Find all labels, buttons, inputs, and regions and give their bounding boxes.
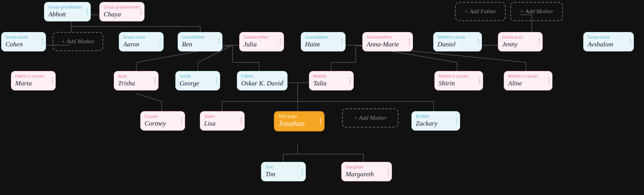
talia-dots (349, 78, 351, 84)
marta-name: Marta (15, 80, 51, 87)
node-jenny[interactable]: Great-aunt Jenny (498, 32, 543, 51)
node-avshalom[interactable]: Great-uncle Avshalom (583, 32, 634, 51)
george-role: Uncle (180, 74, 216, 79)
shirin-dots (479, 78, 480, 84)
abbott-name: Abbott (48, 11, 86, 18)
margareth-name: Margareth (346, 170, 388, 178)
cohen-role: Great-uncle (5, 35, 42, 40)
chaya-role: Great-grandmother (104, 5, 140, 10)
jenny-dots (538, 39, 540, 45)
oskar-role: Father (241, 74, 283, 79)
jenny-name: Jenny (502, 41, 538, 48)
node-zackary[interactable]: Brother Zackary (411, 111, 460, 131)
haim-dots (341, 39, 343, 45)
julia-dots (280, 39, 281, 45)
ben-dots (218, 39, 220, 45)
node-tim[interactable]: Son Tim (261, 162, 306, 181)
node-haim[interactable]: Grandfather Haim (301, 32, 346, 51)
node-shirin[interactable]: Mother's cousin Shirin (434, 71, 483, 90)
jonathan-role: This is you (279, 114, 320, 119)
node-marta[interactable]: Father's cousin Marta (11, 71, 56, 90)
add-mother-1-label: + Add Mother (57, 35, 99, 48)
trisha-dots (154, 78, 156, 84)
node-trisha[interactable]: Aunt Trisha (114, 71, 159, 90)
node-talia[interactable]: Mother Talia (309, 71, 354, 90)
chaya-dots (140, 9, 142, 15)
ben-name: Ben (182, 41, 218, 48)
zackary-role: Brother (416, 114, 456, 119)
shirin-role: Mother's cousin (439, 74, 479, 79)
add-father-top-label: + Add Father (460, 5, 501, 18)
talia-role: Mother (313, 74, 349, 79)
avshalom-role: Great-uncle (588, 35, 630, 40)
daniel-name: Daniel (438, 41, 478, 48)
cohen-name: Cohen (5, 41, 42, 48)
jonathan-dots (320, 118, 321, 124)
node-anna-marie[interactable]: Grandmother Anna-Marie (362, 32, 413, 51)
abbott-role: Great-grandfather (48, 5, 86, 10)
node-abbott[interactable]: Great-grandfather Abbott (44, 2, 91, 21)
node-julia[interactable]: Grandmother Julia (239, 32, 284, 51)
lisa-name: Lisa (204, 120, 240, 128)
cortney-role: Cousin (145, 114, 181, 119)
aline-role: Mother's cousin (508, 74, 548, 79)
avshalom-name: Avshalom (588, 41, 630, 48)
zackary-name: Zackary (416, 120, 456, 128)
node-add-mother-2[interactable]: + Add Mother (342, 108, 399, 128)
node-margareth[interactable]: Daughter Margareth (341, 162, 392, 181)
node-add-father-top[interactable]: + Add Father (455, 2, 506, 21)
node-george[interactable]: Uncle George (175, 71, 220, 90)
marta-role: Father's cousin (15, 74, 51, 79)
node-lisa[interactable]: Sister Lisa (200, 111, 245, 131)
node-aaron[interactable]: Great-uncle Aaron (119, 32, 164, 51)
ben-role: Grandfather (182, 35, 218, 40)
node-add-mother-1[interactable]: + Add Mother (53, 32, 103, 51)
anna-marie-dots (409, 39, 410, 45)
node-aline[interactable]: Mother's cousin Aline (504, 71, 552, 90)
marta-dots (51, 78, 53, 84)
margareth-role: Daughter (346, 165, 388, 170)
shirin-name: Shirin (439, 80, 479, 87)
aaron-role: Great-uncle (123, 35, 159, 40)
connections-svg (0, 0, 644, 195)
avshalom-dots (630, 39, 631, 45)
zackary-dots (456, 118, 457, 124)
jonathan-name: Jonathan (279, 120, 320, 128)
add-mother-2-label: + Add Mother (347, 112, 394, 124)
cortney-name: Cortney (145, 120, 181, 128)
haim-role: Grandfather (305, 35, 341, 40)
node-ben[interactable]: Grandfather Ben (178, 32, 222, 51)
jenny-role: Great-aunt (502, 35, 538, 40)
margareth-dots (388, 168, 389, 175)
tim-role: Son (265, 165, 302, 170)
chaya-name: Chaya (104, 11, 140, 18)
node-add-mother-top[interactable]: + Add Mother (510, 2, 563, 21)
cohen-dots (42, 39, 43, 45)
lisa-dots (240, 118, 242, 124)
aline-dots (548, 78, 550, 84)
abbott-dots (86, 9, 88, 15)
george-name: George (180, 80, 216, 87)
aaron-name: Aaron (123, 41, 159, 48)
node-chaya[interactable]: Great-grandmother Chaya (99, 2, 145, 21)
cortney-dots (181, 118, 182, 124)
node-daniel[interactable]: Mother's uncle Daniel (433, 32, 482, 51)
lisa-role: Sister (204, 114, 240, 119)
trisha-name: Trisha (118, 80, 154, 87)
anna-marie-name: Anna-Marie (367, 41, 409, 48)
trisha-role: Aunt (118, 74, 154, 79)
aline-name: Aline (508, 80, 548, 87)
node-cohen[interactable]: Great-uncle Cohen (1, 32, 46, 51)
oskar-name: Oskar K. David (241, 80, 283, 87)
family-tree: Great-grandfather Abbott Great-grandmoth… (0, 0, 644, 195)
add-mother-top-label: + Add Mother (515, 5, 558, 18)
daniel-role: Mother's uncle (438, 35, 478, 40)
node-cortney[interactable]: Cousin Cortney (140, 111, 185, 131)
haim-name: Haim (305, 41, 341, 48)
tim-name: Tim (265, 170, 302, 178)
node-jonathan[interactable]: This is you Jonathan (274, 111, 325, 131)
oskar-dots (283, 78, 285, 84)
node-oskar[interactable]: Father Oskar K. David (237, 71, 288, 90)
julia-role: Grandmother (243, 35, 280, 40)
aaron-dots (159, 39, 161, 45)
